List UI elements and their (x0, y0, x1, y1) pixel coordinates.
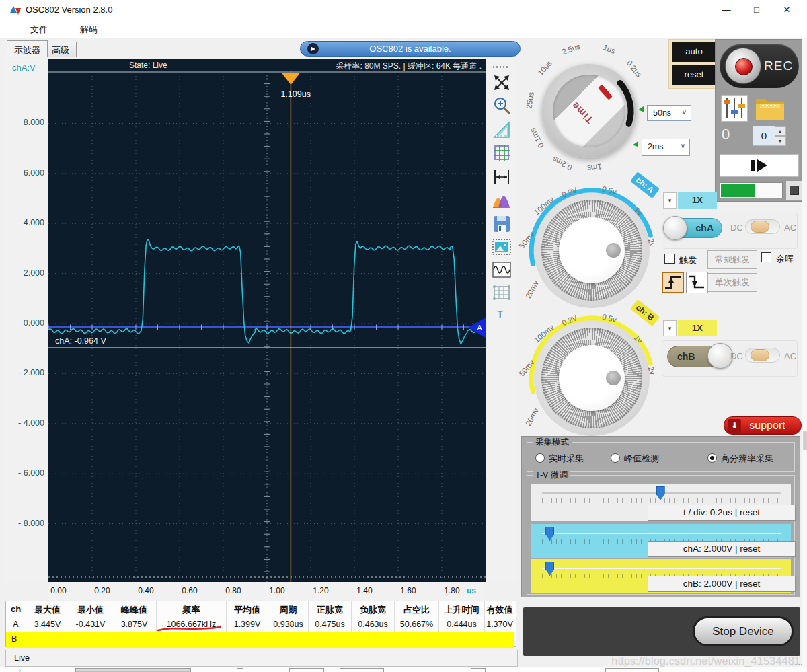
table-cell: 0.938us (268, 617, 309, 632)
play-triangle-icon (757, 159, 767, 172)
time-knob-indicator (598, 84, 613, 100)
chb-gain-dropdown-arrow[interactable]: ▼ (663, 320, 677, 336)
y-axis-channel-label: chA:V (12, 63, 36, 73)
slider-tick-marks (542, 498, 781, 503)
screenshot-button[interactable] (492, 237, 512, 257)
settings-container: 采集模式 实时采集峰值检测高分辨率采集 T-V 微调 t / div: 0.2u… (521, 436, 800, 597)
red-scribble-annotation (156, 624, 223, 634)
tab-oscilloscope[interactable]: 示波器 (7, 40, 48, 57)
spin-up-button[interactable]: ▲ (775, 126, 785, 136)
save-button[interactable] (492, 214, 512, 234)
trigger-checkbox[interactable] (664, 254, 675, 264)
waveform-view-button[interactable] (492, 260, 512, 280)
grid-settings-button[interactable] (492, 143, 512, 163)
radio-option[interactable] (611, 453, 620, 463)
title-bar: OSC802 Version 2.8.0 — □ ✕ (0, 0, 807, 20)
falling-edge-button[interactable] (686, 272, 708, 293)
time-cursor-handle[interactable] (281, 73, 300, 85)
acquisition-option-label: 实时采集 (549, 453, 584, 465)
expand-view-button[interactable] (492, 73, 512, 93)
minimize-button[interactable]: — (713, 1, 740, 19)
radio-selected[interactable] (707, 453, 717, 463)
slider-reset-label[interactable]: chA: 2.000V | reset (648, 541, 796, 557)
support-label: support (749, 420, 785, 431)
acquisition-option-label: 峰值检测 (624, 453, 659, 465)
sliver-fragment (605, 668, 659, 672)
table-header-cell: 最小值 (69, 601, 112, 617)
sliver-fragment (340, 668, 384, 672)
menu-item-文件[interactable]: 文件 (24, 20, 54, 39)
table-cell: -0.431V (69, 617, 112, 632)
table-header-cell: 正脉宽 (309, 601, 352, 617)
y-axis-tick: - 6.000 (18, 468, 44, 478)
chb-gain-value[interactable]: 1X (678, 320, 717, 336)
x-axis-tick: 0.00 (47, 586, 70, 595)
toolbar-grip-icon[interactable] (493, 66, 510, 68)
y-axis-tick: - 2.000 (18, 368, 44, 377)
cha-range-arc (518, 176, 666, 324)
chb-coupling-toggle[interactable] (745, 348, 780, 363)
cha-toggle-knob[interactable] (663, 216, 687, 240)
rec-metal-ring (725, 48, 761, 84)
spectrum-button[interactable] (492, 190, 512, 211)
slider-track (542, 568, 781, 569)
stop-device-button[interactable]: Stop Device (693, 616, 794, 646)
spin-down-button[interactable]: ▼ (775, 136, 785, 145)
y-axis-tick: 4.000 (24, 218, 44, 227)
fine-tune-slider[interactable]: chB: 2.000V | reset (531, 559, 791, 593)
reset-button[interactable]: reset (672, 65, 716, 85)
table-header-cell: 周期 (268, 601, 309, 617)
trigger-time-dropdown[interactable]: 50ns∨ (647, 105, 691, 121)
fine-tune-slider[interactable]: t / div: 0.2us | reset (531, 484, 791, 521)
tab-advanced[interactable]: 高级 (44, 42, 77, 57)
table-cell: 1.370V (485, 617, 514, 632)
table-cell: 3.445V (26, 617, 69, 632)
support-button[interactable]: ⬇ support (724, 416, 802, 435)
slider-reset-label[interactable]: chB: 2.000V | reset (648, 576, 796, 592)
chb-toggle-knob[interactable] (707, 343, 733, 369)
stop-record-button[interactable] (785, 180, 803, 200)
device-status-pill: ▶ OSC802 is available. (300, 41, 521, 57)
time-knob[interactable]: Time (553, 75, 625, 147)
rising-edge-button[interactable] (662, 272, 684, 293)
ruler-icon[interactable] (492, 120, 512, 140)
normal-trigger-button[interactable]: 常规触发 (707, 250, 757, 269)
window-time-dropdown[interactable]: 2ms∨ (642, 139, 690, 156)
fine-tune-slider[interactable]: chA: 2.000V | reset (531, 524, 791, 558)
radio-dot (710, 456, 714, 460)
cha-gain-dropdown-arrow[interactable]: ▼ (663, 192, 677, 209)
scope-display[interactable]: State: Live 采样率: 80M SPS. | 缓冲区: 64K 每通道… (48, 59, 486, 582)
table-view-button[interactable] (492, 283, 512, 303)
persist-label: 余晖 (776, 253, 794, 265)
channel-a-zero-line[interactable] (48, 325, 486, 330)
radio-option[interactable] (535, 453, 545, 463)
close-button[interactable]: ✕ (773, 1, 800, 19)
frame-spinner[interactable]: 0 ▲▼ (753, 126, 786, 146)
open-folder-icon[interactable] (753, 92, 787, 123)
persist-checkbox[interactable] (761, 252, 771, 262)
scrollbar-thumb[interactable] (803, 431, 807, 450)
right-scrollbar[interactable] (802, 38, 807, 672)
maximize-button[interactable]: □ (743, 1, 770, 19)
trigger-marker-label[interactable]: T (497, 308, 503, 320)
x-axis-tick: 1.60 (397, 586, 420, 595)
record-counter: 0 (722, 126, 730, 143)
rec-button[interactable]: REC (720, 44, 799, 88)
scope-plot[interactable]: chA: -0.964 V 1.109us A (48, 71, 486, 582)
table-header-cell: 占空比 (395, 601, 439, 617)
x-axis-tick: 0.40 (134, 586, 157, 595)
play-icon[interactable]: ▶ (307, 43, 319, 54)
cha-gain-value[interactable]: 1X (678, 192, 717, 209)
auto-button[interactable]: auto (672, 42, 716, 62)
time-knob-label: Time (569, 100, 595, 126)
mixer-settings-button[interactable] (721, 95, 748, 122)
horizontal-measure-button[interactable] (492, 167, 512, 187)
menu-item-解码[interactable]: 解码 (73, 20, 104, 39)
step-play-button[interactable] (720, 154, 799, 177)
slider-reset-label[interactable]: t / div: 0.2us | reset (648, 505, 796, 521)
time-cursor-label: 1.109us (280, 89, 310, 99)
download-arrow-icon: ⬇ (728, 419, 741, 433)
cha-coupling-toggle[interactable] (745, 219, 780, 234)
zoom-in-button[interactable] (492, 96, 512, 116)
single-trigger-button[interactable]: 单次触发 (707, 273, 757, 292)
